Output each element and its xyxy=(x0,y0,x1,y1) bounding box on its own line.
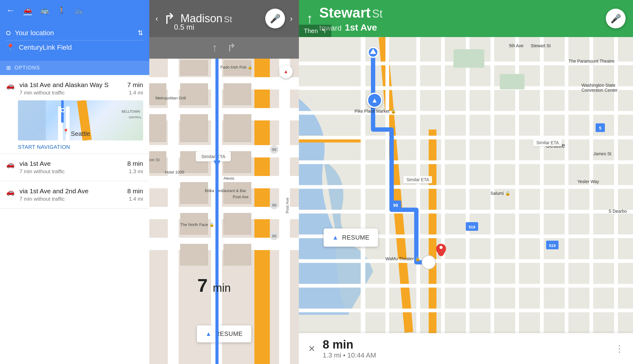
poi-yesler-way: Yesler Way xyxy=(577,179,599,184)
svg-rect-17 xyxy=(299,111,633,115)
sub-arrow-up-mid: ↑ xyxy=(212,41,218,54)
street-stewart-st-label: Stewart St xyxy=(531,43,551,48)
options-bar[interactable]: ⊞ OPTIONS xyxy=(0,61,149,75)
mic-button-right[interactable]: 🎤 xyxy=(606,9,626,28)
swap-button[interactable]: ⇅ xyxy=(138,29,143,37)
svg-rect-19 xyxy=(299,161,633,164)
route-1-distance: 1.4 mi xyxy=(127,90,143,96)
resume-text-mid: RESUME xyxy=(215,330,243,337)
route-2-time: 8 min xyxy=(127,160,143,167)
street-post-ave-label: Post Ave xyxy=(285,198,290,213)
resume-arrow-icon-mid: ▲ xyxy=(206,330,212,337)
route-2-header: 🚗 via 1st Ave 7 min without traffic 8 mi… xyxy=(6,160,143,175)
city-label-preview: Seattle xyxy=(71,130,90,137)
svg-rect-20 xyxy=(299,185,633,189)
building8 xyxy=(149,114,166,142)
route-2-name: via 1st Ave xyxy=(19,160,122,167)
similar-eta-1: Similar ETA xyxy=(533,139,562,146)
nav-toward-info: toward 1st Ave xyxy=(319,22,600,33)
origin-row: Your location ⇅ xyxy=(6,26,143,40)
nav-prev-button[interactable]: ‹ xyxy=(155,14,158,23)
poi-boka: Boka Restaurant & Bar xyxy=(205,188,246,193)
transit-mode-tab[interactable]: 🚌 xyxy=(40,6,49,15)
similar-eta-text-mid: Similar ETA xyxy=(201,154,225,159)
mic-icon-right: 🎤 xyxy=(610,14,621,24)
origin-dot-icon xyxy=(6,31,11,35)
map-area-mid: Fado Irish Pub 🔒 Metropolitan Grill Hote… xyxy=(149,59,299,364)
similar-eta-2: Similar ETA xyxy=(403,176,432,183)
route-1-sub: 7 min without traffic xyxy=(19,90,122,96)
badge-99-mid: 99 xyxy=(270,201,278,209)
walk-mode-tab[interactable]: 🚶 xyxy=(57,6,66,15)
nav-header-mid: ‹ ↱ Madison St 🎤 › 0.5 mi xyxy=(149,0,299,37)
drive-mode-tab[interactable]: 🚗 xyxy=(23,6,32,15)
similar-eta-bubble-mid: Similar ETA xyxy=(196,151,231,161)
route-1-time-block: 7 min 1.4 mi xyxy=(127,81,143,96)
svg-point-30 xyxy=(422,256,435,269)
start-navigation-button[interactable]: START NAVIGATION xyxy=(18,144,143,150)
transport-modes: 🚗 🚌 🚶 🚲 xyxy=(23,6,83,15)
badge-99-bottom: 99 xyxy=(270,232,278,240)
sub-arrow-turn-mid: ↱ xyxy=(227,41,236,54)
car-icon-2: 🚗 xyxy=(6,161,15,169)
svg-text:99: 99 xyxy=(393,203,398,208)
poi-paramount: The Paramount Theatre xyxy=(569,59,614,64)
top-bar: ← 🚗 🚌 🚶 🚲 xyxy=(0,0,149,21)
overflow-menu-button[interactable]: ⋮ xyxy=(615,344,624,354)
bike-mode-tab[interactable]: 🚲 xyxy=(74,6,83,15)
up-arrow-icon-right: ↑ xyxy=(306,11,313,26)
route-item-2[interactable]: 🚗 via 1st Ave 7 min without traffic 8 mi… xyxy=(0,154,149,181)
route-2-sub: 7 min without traffic xyxy=(19,169,122,175)
right-panel: ↑ Stewart St toward 1st Ave 🎤 Then ↰ xyxy=(299,0,633,364)
poi-northface: The North Face 🔒 xyxy=(180,222,214,227)
resume-button-mid[interactable]: ▲ RESUME xyxy=(197,325,251,342)
poi-pike-place: Pike Place Market 🔒 xyxy=(355,109,396,114)
resume-arrow-icon-right: ▲ xyxy=(332,234,338,241)
poi-metro-grill: Metropolitan Grill xyxy=(155,96,186,100)
svg-rect-27 xyxy=(500,74,525,90)
building11 xyxy=(149,151,166,173)
nav-next-button[interactable]: › xyxy=(290,14,293,23)
compass-needle-mid: ▲ xyxy=(283,69,288,74)
bottom-eta-info: 8 min 1.3 mi • 10:44 AM xyxy=(323,338,615,359)
route-1-map-preview: 📍 Seattle BELLTOWN CENTRAL xyxy=(18,100,143,140)
building1 xyxy=(180,60,208,76)
nav-street-name-right: Stewart xyxy=(319,5,371,21)
resume-button-right[interactable]: ▲ RESUME xyxy=(324,228,378,247)
poi-james-st: James St xyxy=(593,151,611,156)
route-3-sub: 7 min without traffic xyxy=(19,196,122,202)
toward-street: 1st Ave xyxy=(345,22,377,32)
route-2-distance: 1.3 mi xyxy=(127,169,143,175)
routes-list: 🚗 via 1st Ave and Alaskan Way S 7 min wi… xyxy=(0,75,149,364)
origin-dot-preview xyxy=(61,108,65,112)
building3 xyxy=(180,83,208,105)
close-button[interactable]: ✕ xyxy=(308,344,315,354)
eta-number-mid: 7 xyxy=(198,275,208,296)
map-svg-right: 5 99 519 519 xyxy=(299,37,633,333)
compass-mid: ▲ xyxy=(279,65,293,78)
back-button[interactable]: ← xyxy=(6,6,15,15)
building12 xyxy=(180,182,208,204)
street-5th-ave-label: 5th Ave xyxy=(509,43,523,48)
route-item-1[interactable]: 🚗 via 1st Ave and Alaskan Way S 7 min wi… xyxy=(0,75,149,154)
origin-label[interactable]: Your location xyxy=(15,29,133,37)
route-3-name: via 1st Ave and 2nd Ave xyxy=(19,187,122,195)
svg-rect-21 xyxy=(299,210,633,214)
route-3-info: via 1st Ave and 2nd Ave 7 min without tr… xyxy=(19,187,122,202)
belltown-label: BELLTOWN xyxy=(122,110,140,113)
destination-row: 📍 CenturyLink Field xyxy=(6,40,143,55)
mic-button-mid[interactable]: 🎤 xyxy=(265,9,285,28)
options-filter-icon: ⊞ xyxy=(6,65,11,71)
dest-pin-preview: 📍 xyxy=(63,128,69,134)
route-1-name: via 1st Ave and Alaskan Way S xyxy=(19,81,122,89)
svg-rect-2 xyxy=(429,130,436,333)
blue-route-main-mid xyxy=(215,59,219,364)
destination-label[interactable]: CenturyLink Field xyxy=(19,44,143,52)
poi-alexis: Alexis xyxy=(223,176,234,181)
svg-rect-25 xyxy=(299,309,633,312)
car-icon-3: 🚗 xyxy=(6,188,15,196)
route-item-3[interactable]: 🚗 via 1st Ave and 2nd Ave 7 min without … xyxy=(0,181,149,209)
route-3-time: 8 min xyxy=(127,187,143,195)
poi-post-ave: Post Ave xyxy=(233,195,249,199)
route-1-header: 🚗 via 1st Ave and Alaskan Way S 7 min wi… xyxy=(6,81,143,96)
